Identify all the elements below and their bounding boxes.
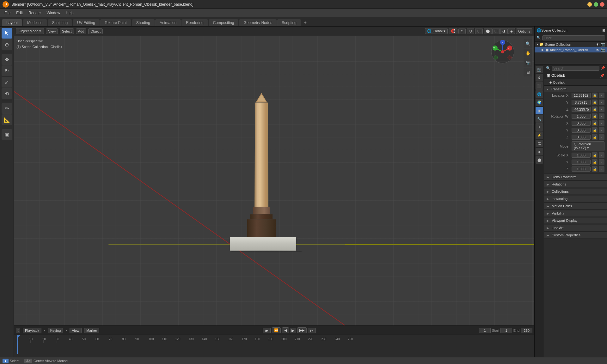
outliner-search-input[interactable] [542,35,605,40]
maximize-button[interactable] [594,2,598,7]
material-viewport[interactable]: ◑ [500,28,508,34]
modifier-props-icon[interactable]: 🔧 [536,115,543,123]
output-props-icon[interactable]: 🖨 [536,74,543,82]
location-x-keyframe[interactable]: · [599,93,604,98]
snap-toggle[interactable]: 🧲 [449,28,457,34]
rotation-x-lock[interactable]: 🔒 [592,120,598,126]
menu-edit[interactable]: Edit [14,10,25,16]
delta-transform-title[interactable]: ▶ Delta Transform [544,174,607,180]
cursor-tool-button[interactable]: ⊕ [2,39,12,50]
location-x-lock[interactable]: 🔒 [592,93,598,98]
pan-icon[interactable]: ✋ [524,49,532,58]
prev-frame-button[interactable]: ⏪ [272,327,281,333]
object-mode-dropdown[interactable]: Object Mode ▾ [16,28,44,34]
location-x-field[interactable]: 12.88162 [572,93,591,98]
world-props-icon[interactable]: 🌍 [536,99,543,106]
location-z-keyframe[interactable]: · [599,106,604,112]
rotate-tool-button[interactable]: ↻ [2,65,12,76]
rotation-z-keyframe[interactable]: · [599,134,604,140]
view-menu[interactable]: View [46,28,58,34]
rotation-z-field[interactable]: 0.000 [572,135,591,140]
play-reverse-button[interactable]: ◀ [282,327,289,333]
frame-start-field[interactable]: 1 [500,328,512,333]
frame-end-field[interactable]: 250 [521,328,532,333]
navigation-gizmo[interactable]: X Y Z [490,39,515,64]
tab-texture-paint[interactable]: Texture Paint [100,19,131,26]
viewport-canvas[interactable]: User Perspective (1) Scene Collection | … [14,36,534,325]
measure-tool-button[interactable]: 📐 [2,114,12,125]
tab-geometry-nodes[interactable]: Geometry Nodes [239,19,277,26]
add-cube-button[interactable]: ▣ [2,129,12,140]
next-frame-button[interactable]: ▶▶ [297,327,307,333]
relations-title[interactable]: ▶ Relations [544,181,607,187]
minimize-button[interactable] [587,2,592,7]
scale-x-field[interactable]: 1.000 [572,153,591,158]
annotate-tool-button[interactable]: ✏ [2,103,12,114]
tab-compositing[interactable]: Compositing [209,19,239,26]
tab-uv-editing[interactable]: UV Editing [73,19,100,26]
menu-help[interactable]: Help [63,10,76,16]
rotation-w-lock[interactable]: 🔒 [592,113,598,119]
collections-title[interactable]: ▶ Collections [544,189,607,194]
viewport-display-title[interactable]: ▶ Viewport Display [544,218,607,223]
motion-paths-title[interactable]: ▶ Motion Paths [544,203,607,209]
scale-z-keyframe[interactable]: · [599,166,604,172]
rotation-mode-dropdown[interactable]: Quaternion (WXYZ) ▾ [572,141,604,151]
rotation-y-field[interactable]: 0.000 [572,128,591,133]
properties-pin-icon[interactable]: 📌 [601,66,605,70]
add-workspace-button[interactable]: + [302,19,309,26]
tab-shading[interactable]: Shading [132,19,155,26]
particles-props-icon[interactable]: ✦ [536,123,543,131]
select-tool-button[interactable] [2,28,12,39]
object-props-icon[interactable]: ▣ [536,107,543,114]
instancing-title[interactable]: ▶ Instancing [544,196,607,202]
menu-file[interactable]: File [2,10,13,16]
rotation-w-keyframe[interactable]: · [599,113,604,119]
outliner-item-obelisk[interactable]: ▶ ▣ Ancient_Roman_Obelisk 👁 📷 [535,47,607,52]
rotation-w-field[interactable]: 1.000 [572,114,591,119]
playback-menu[interactable]: Playback [23,328,41,333]
keying-menu[interactable]: Keying [48,328,63,333]
tab-layout[interactable]: Layout [2,19,22,26]
material-props-icon[interactable]: ⬤ [536,156,543,164]
camera-eye-icon[interactable]: 📷 [601,42,605,46]
scale-tool-button[interactable]: ⤢ [2,77,12,88]
obelisk-model[interactable] [230,93,293,252]
eye-visibility-icon[interactable]: 👁 [596,48,599,52]
render-visibility-icon[interactable]: 📷 [601,48,605,52]
grid-icon[interactable]: ⊞ [524,68,532,76]
move-tool-button[interactable]: ✥ [2,54,12,65]
rotation-y-keyframe[interactable]: · [599,127,604,133]
location-y-lock[interactable]: 🔒 [592,100,598,105]
pin-icon[interactable]: 📌 [600,74,604,78]
global-local-toggle[interactable]: 🌐 Global ▾ [425,28,448,34]
rotation-x-field[interactable]: 0.000 [572,121,591,126]
transform-section-title[interactable]: ▾ Transform [544,86,607,92]
view-layer-props-icon[interactable]: ⬛ [536,82,543,90]
rotation-z-lock[interactable]: 🔒 [592,134,598,140]
marker-menu[interactable]: Marker [84,328,99,333]
tab-rendering[interactable]: Rendering [181,19,208,26]
solid-viewport[interactable]: ⬤ [484,28,492,34]
rendered-viewport[interactable]: ◈ [508,28,515,34]
visibility-title[interactable]: ▶ Visibility [544,210,607,216]
title-bar-controls[interactable] [587,2,604,7]
properties-search-input[interactable] [552,66,599,71]
location-z-lock[interactable]: 🔒 [592,106,598,112]
scale-y-lock[interactable]: 🔒 [592,159,598,165]
outliner-item-scene-collection[interactable]: ▾ 📁 Scene Collection 👁 📷 [535,42,607,47]
render-props-icon[interactable]: 📷 [536,66,543,73]
scale-y-keyframe[interactable]: · [599,159,604,165]
eye-icon[interactable]: 👁 [596,43,599,46]
camera-icon[interactable]: 📷 [524,58,532,67]
custom-properties-title[interactable]: ▶ Custom Properties [544,232,607,238]
timeline-view-menu[interactable]: View [70,328,82,333]
rotation-y-lock[interactable]: 🔒 [592,127,598,133]
data-props-icon[interactable]: ◈ [536,148,543,155]
tab-sculpting[interactable]: Sculpting [48,19,72,26]
options-button[interactable]: Options [516,28,532,34]
tab-animation[interactable]: Animation [155,19,181,26]
jump-end-button[interactable]: ⏭ [308,328,316,333]
line-art-title[interactable]: ▶ Line Art [544,225,607,231]
outliner-filter-icon[interactable]: ⊟ [602,28,605,33]
